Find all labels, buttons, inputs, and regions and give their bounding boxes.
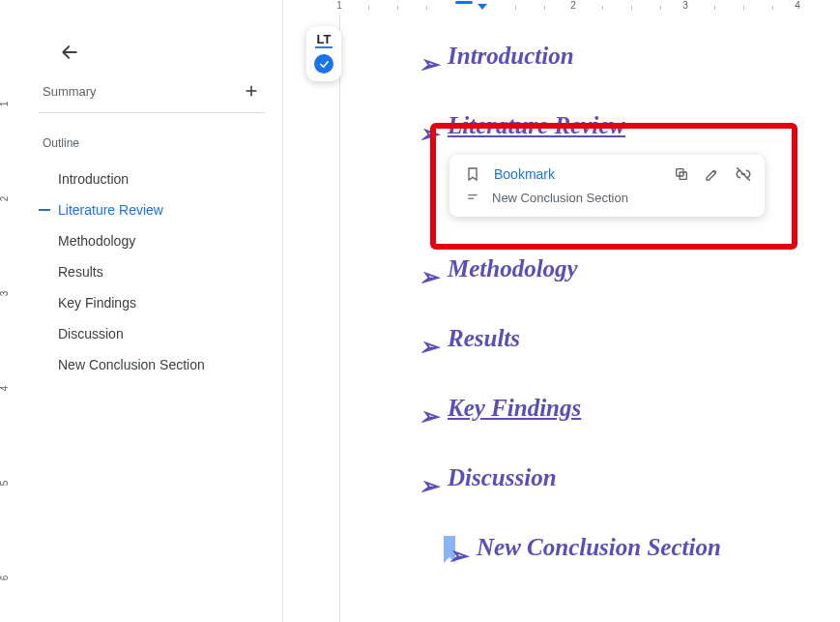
back-button[interactable] bbox=[56, 39, 83, 66]
link-card-subtitle: New Conclusion Section bbox=[492, 191, 628, 205]
bullet-arrow-icon: ➢ bbox=[419, 120, 439, 148]
heading-text: Methodology bbox=[448, 255, 578, 281]
heading-literature-review[interactable]: ➢ Literature Review bbox=[419, 112, 763, 139]
languagetool-check-badge bbox=[314, 54, 333, 74]
bullet-arrow-icon: ➢ bbox=[419, 402, 439, 430]
outline-item-literature-review[interactable]: Literature Review bbox=[39, 194, 265, 225]
outline-sidebar: Summary Outline Introduction Literature … bbox=[17, 0, 283, 622]
pencil-icon bbox=[705, 166, 720, 182]
indent-first-line-marker[interactable] bbox=[455, 1, 473, 4]
heading-text: Introduction bbox=[448, 43, 574, 69]
summary-label: Summary bbox=[43, 84, 97, 99]
outline-item-label: Introduction bbox=[58, 171, 129, 187]
unlink-icon bbox=[735, 165, 752, 183]
heading-key-findings[interactable]: ➢ Key Findings bbox=[419, 395, 763, 422]
link-preview-card: Bookmark New Conclusion Section bbox=[449, 155, 765, 217]
heading-results[interactable]: ➢ Results bbox=[419, 325, 763, 352]
remove-link-button[interactable] bbox=[734, 164, 753, 184]
outline-item-label: Literature Review bbox=[58, 202, 163, 218]
h-ruler-num: 1 bbox=[336, 0, 342, 11]
languagetool-label: LT bbox=[317, 32, 332, 48]
outline-item-results[interactable]: Results bbox=[39, 256, 265, 287]
divider bbox=[39, 112, 265, 113]
outline-item-label: Results bbox=[58, 264, 103, 280]
edit-link-button[interactable] bbox=[703, 164, 722, 184]
horizontal-ruler: 1 2 3 4 bbox=[283, 0, 840, 14]
document-area: 1 2 3 4 ➢ Introduction ➢ Literature Revi… bbox=[283, 0, 840, 622]
v-ruler-num: 5 bbox=[0, 481, 10, 487]
outline-item-label: Discussion bbox=[58, 326, 124, 341]
v-ruler-num: 2 bbox=[0, 196, 10, 202]
bullet-arrow-icon: ➢ bbox=[419, 333, 439, 361]
copy-link-button[interactable] bbox=[672, 164, 691, 184]
outline-item-new-conclusion[interactable]: New Conclusion Section bbox=[39, 349, 265, 380]
heading-text: Discussion bbox=[448, 464, 557, 490]
add-summary-button[interactable] bbox=[242, 81, 261, 101]
copy-icon bbox=[674, 166, 689, 182]
h-ruler-num: 3 bbox=[682, 0, 688, 11]
notes-icon bbox=[465, 188, 480, 207]
heading-text: New Conclusion Section bbox=[448, 534, 721, 560]
outline-item-discussion[interactable]: Discussion bbox=[39, 318, 265, 349]
heading-text: Results bbox=[448, 325, 520, 351]
svg-line-5 bbox=[737, 167, 750, 181]
page-left-edge bbox=[339, 14, 340, 622]
outline-section-label: Outline bbox=[39, 136, 265, 163]
languagetool-widget[interactable]: LT bbox=[306, 26, 341, 81]
heading-new-conclusion[interactable]: ➢ New Conclusion Section bbox=[419, 534, 763, 561]
plus-icon bbox=[244, 83, 259, 99]
outline-item-key-findings[interactable]: Key Findings bbox=[39, 287, 265, 318]
h-ruler-num: 2 bbox=[570, 0, 576, 11]
indent-left-marker[interactable] bbox=[478, 4, 487, 10]
v-ruler-num: 3 bbox=[0, 291, 10, 297]
outline-item-introduction[interactable]: Introduction bbox=[39, 163, 265, 194]
heading-methodology[interactable]: ➢ Methodology bbox=[419, 255, 763, 282]
outline-list: Introduction Literature Review Methodolo… bbox=[39, 163, 265, 380]
bullet-arrow-icon: ➢ bbox=[419, 263, 439, 291]
heading-text: Key Findings bbox=[448, 395, 581, 421]
v-ruler-num: 6 bbox=[0, 576, 10, 581]
heading-text: Literature Review bbox=[448, 112, 625, 138]
arrow-left-icon bbox=[60, 43, 79, 62]
bookmark-icon bbox=[463, 164, 482, 184]
v-ruler-num: 1 bbox=[0, 102, 10, 107]
outline-item-label: New Conclusion Section bbox=[58, 357, 205, 372]
vertical-ruler: 1 2 3 4 5 6 bbox=[0, 10, 15, 622]
outline-item-methodology[interactable]: Methodology bbox=[39, 225, 265, 256]
bullet-arrow-icon: ➢ bbox=[448, 542, 468, 570]
bullet-arrow-icon: ➢ bbox=[419, 472, 439, 500]
heading-discussion[interactable]: ➢ Discussion bbox=[419, 464, 763, 491]
document-page[interactable]: ➢ Introduction ➢ Literature Review Bookm… bbox=[341, 14, 840, 622]
heading-introduction[interactable]: ➢ Introduction bbox=[419, 43, 763, 70]
h-ruler-num: 4 bbox=[795, 0, 800, 11]
v-ruler-num: 4 bbox=[0, 386, 10, 392]
bullet-arrow-icon: ➢ bbox=[419, 50, 439, 78]
outline-item-label: Methodology bbox=[58, 233, 135, 249]
check-icon bbox=[319, 59, 330, 70]
link-card-title[interactable]: Bookmark bbox=[494, 166, 660, 182]
outline-item-label: Key Findings bbox=[58, 295, 136, 311]
